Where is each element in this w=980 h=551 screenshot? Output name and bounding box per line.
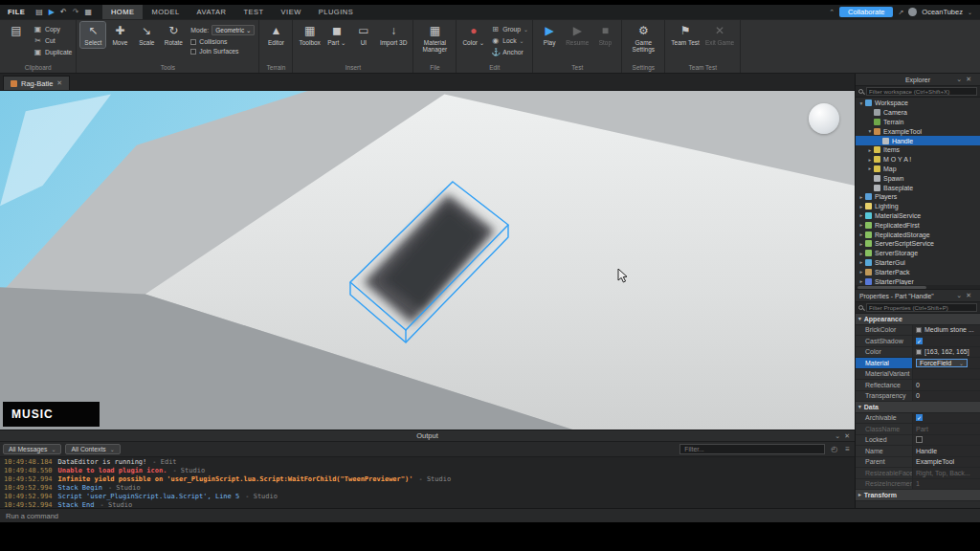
tree-item-handle[interactable]: Handle — [856, 136, 980, 145]
play-quick-icon[interactable]: ▶ — [49, 5, 55, 19]
toolbox-button[interactable]: ▦Toolbox — [297, 22, 322, 48]
section-transform[interactable]: ▸Transform — [856, 490, 980, 501]
property-value[interactable]: 1 — [913, 479, 980, 490]
join-surfaces-button[interactable]: Join Surfaces — [190, 48, 255, 55]
ui-button[interactable]: ▭UI — [351, 22, 376, 48]
stop-button[interactable]: ■Stop — [592, 22, 617, 48]
tree-item-starterplayer[interactable]: ▸StarterPlayer — [856, 276, 980, 285]
collisions-button[interactable]: Collisions — [190, 38, 255, 45]
screenshot-icon[interactable]: ▦ — [84, 5, 92, 19]
close-icon[interactable]: ✕ — [966, 292, 971, 299]
property-value[interactable]: Right, Top, Back... — [913, 468, 980, 478]
property-value[interactable]: ForceField⌄ — [913, 358, 980, 368]
expand-arrow-icon[interactable]: ▸ — [866, 165, 874, 171]
tree-item-terrain[interactable]: Terrain — [856, 118, 980, 127]
word-wrap-icon[interactable]: ≡ — [845, 445, 850, 453]
move-button[interactable]: ✚Move — [107, 22, 132, 48]
expand-arrow-icon[interactable]: ▸ — [858, 251, 865, 256]
color-button[interactable]: ●Color ⌄ — [460, 22, 486, 48]
explorer-tree[interactable]: ▾WorkspaceCameraTerrain▾ExampleToolHandl… — [856, 98, 980, 285]
properties-filter-input[interactable] — [866, 303, 977, 312]
rotate-button[interactable]: ↻Rotate — [161, 22, 186, 48]
team-test-button[interactable]: ⚑Team Test — [669, 22, 702, 48]
command-bar[interactable]: Run a command — [0, 508, 980, 522]
expand-arrow-icon[interactable]: ▸ — [866, 157, 874, 163]
paste-button[interactable]: ▤ — [4, 22, 29, 39]
color-swatch[interactable] — [916, 327, 922, 333]
section-data[interactable]: ▾Data — [856, 402, 980, 413]
tree-item-starterpack[interactable]: ▸StarterPack — [856, 267, 980, 276]
checkbox[interactable] — [916, 436, 923, 443]
chevron-down-icon[interactable]: ⌄ — [956, 76, 962, 83]
output-logs[interactable]: 10:49:48.184DataEditor is running!- Edit… — [0, 457, 855, 508]
resume-button[interactable]: ▶Resume — [564, 22, 590, 48]
property-value[interactable]: ExampleTool — [913, 457, 980, 468]
tree-item-materialservice[interactable]: ▸MaterialService — [856, 211, 980, 221]
part-button[interactable]: ◼Part ⌄ — [324, 22, 349, 48]
menu-tab-home[interactable]: HOME — [102, 5, 144, 19]
value-dropdown[interactable]: ForceField⌄ — [916, 359, 968, 367]
close-icon[interactable]: ✕ — [56, 79, 62, 87]
share-icon[interactable]: ↗ — [898, 9, 903, 16]
material-manager-button[interactable]: ▦Material Manager — [417, 22, 452, 55]
avatar[interactable] — [908, 8, 917, 16]
clock-icon[interactable]: ◴ — [831, 445, 837, 453]
expand-arrow-icon[interactable]: ▸ — [858, 204, 865, 209]
tree-item-workspace[interactable]: ▾Workspace — [856, 99, 980, 108]
tree-item-serverstorage[interactable]: ▸ServerStorage — [856, 249, 980, 258]
expand-arrow-icon[interactable]: ▾ — [866, 128, 874, 134]
tree-item-players[interactable]: ▸Players — [856, 192, 980, 202]
file-menu-button[interactable]: FILE — [0, 8, 33, 16]
properties-rows[interactable]: ▾AppearanceBrickColorMedium stone ...Cas… — [856, 314, 980, 508]
property-value[interactable] — [913, 435, 980, 446]
close-icon[interactable]: ✕ — [966, 76, 971, 83]
property-value[interactable]: Part — [913, 424, 980, 434]
select-button[interactable]: ↖Select — [80, 22, 105, 48]
property-value[interactable]: 0 — [913, 391, 980, 402]
tree-item-replicatedfirst[interactable]: ▸ReplicatedFirst — [856, 220, 980, 230]
checkbox[interactable] — [190, 49, 196, 55]
anchor-button[interactable]: ⚓Anchor — [491, 48, 528, 56]
tab-rag-batle[interactable]: Rag-Batle ✕ — [3, 76, 70, 90]
tree-item-baseplate[interactable]: Baseplate — [856, 183, 980, 192]
group-button[interactable]: ⊞Group⌄ — [491, 25, 528, 33]
color-swatch[interactable] — [916, 349, 922, 355]
property-value[interactable] — [913, 369, 980, 380]
expand-arrow-icon[interactable]: ▸ — [858, 259, 865, 265]
property-value[interactable]: ✓ — [913, 413, 980, 424]
tree-item-startergui[interactable]: ▸StarterGui — [856, 258, 980, 268]
menu-tab-plugins[interactable]: PLUGINS — [310, 5, 362, 19]
expand-arrow-icon[interactable]: ▸ — [858, 212, 865, 218]
mode-button[interactable]: Mode:Geometric ⌄ — [190, 25, 255, 35]
exit-game-button[interactable]: ✕Exit Game — [703, 22, 736, 48]
save-icon[interactable]: ▤ — [35, 5, 43, 19]
chevron-down-icon[interactable]: ⌄ — [956, 292, 962, 299]
import-3d-button[interactable]: ↓Import 3D — [378, 22, 410, 48]
game-settings-button[interactable]: ⚙Game Settings — [626, 22, 660, 55]
menu-tab-view[interactable]: VIEW — [273, 5, 310, 19]
checkbox[interactable]: ✓ — [916, 414, 923, 421]
property-value[interactable]: ✓ — [913, 336, 980, 346]
section-appearance[interactable]: ▾Appearance — [856, 314, 980, 325]
menu-tab-model[interactable]: MODEL — [143, 5, 188, 19]
copy-button[interactable]: ▣Copy — [33, 25, 72, 33]
expand-arrow-icon[interactable]: ▾ — [858, 100, 865, 106]
expand-arrow-icon[interactable]: ▸ — [858, 194, 865, 200]
tree-item-replicatedstorage[interactable]: ▸ReplicatedStorage — [856, 230, 980, 239]
editor-button[interactable]: ▲Editor — [263, 22, 288, 48]
play-button[interactable]: ▶Play — [537, 22, 562, 48]
cut-button[interactable]: ✂Cut — [33, 36, 72, 45]
tree-item-m-o-y-a[interactable]: ▸M O Y A ! — [856, 155, 980, 165]
close-icon[interactable]: ✕ — [844, 432, 850, 440]
expand-arrow-icon[interactable]: ▸ — [858, 278, 865, 284]
expand-arrow-icon[interactable]: ▸ — [858, 269, 865, 275]
tree-item-lighting[interactable]: ▸Lighting — [856, 202, 980, 211]
tree-item-serverscriptservice[interactable]: ▸ServerScriptService — [856, 239, 980, 249]
collapse-ribbon-icon[interactable]: ⌃ — [829, 9, 835, 16]
tree-item-camera[interactable]: Camera — [856, 108, 980, 118]
property-value[interactable]: Handle — [913, 446, 980, 456]
expand-arrow-icon[interactable]: ▾ — [858, 404, 861, 409]
tree-item-items[interactable]: ▸Items — [856, 145, 980, 155]
collaborate-button[interactable]: Collaborate — [839, 7, 893, 17]
menu-tab-test[interactable]: TEST — [234, 5, 272, 19]
